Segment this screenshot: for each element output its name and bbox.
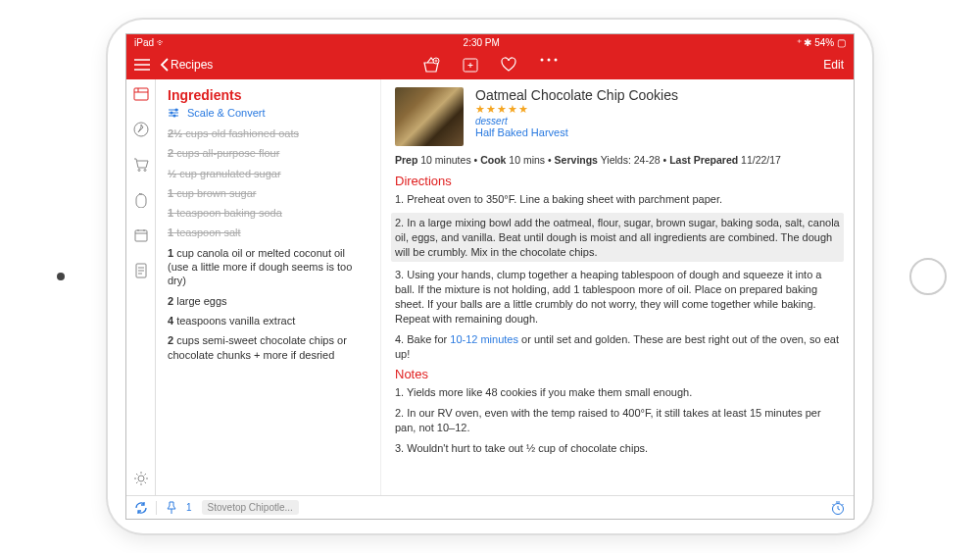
sidebar-item-menus[interactable]	[132, 262, 150, 279]
ingredient-item[interactable]: 1 cup brown sugar	[168, 186, 368, 200]
scale-convert-button[interactable]: Scale & Convert	[168, 107, 368, 119]
svg-point-12	[175, 109, 178, 112]
svg-point-3	[548, 59, 551, 62]
recipe-pane: Oatmeal Chocolate Chip Cookies ★★★★★ des…	[381, 79, 854, 495]
ingredient-item[interactable]: 1 teaspoon baking soda	[168, 206, 368, 220]
back-label: Recipes	[171, 58, 213, 72]
svg-point-4	[555, 59, 558, 62]
ipad-camera	[57, 273, 65, 280]
ingredients-pane: Ingredients Scale & Convert 2½ cups old …	[156, 79, 381, 495]
svg-rect-9	[135, 230, 147, 241]
ingredient-item[interactable]: 2 large eggs	[168, 294, 368, 308]
direction-step[interactable]: 3. Using your hands, clump together a he…	[395, 268, 840, 326]
note-item[interactable]: 2. In our RV oven, even with the temp ra…	[395, 406, 840, 435]
timer-icon[interactable]	[830, 500, 846, 516]
basket-icon[interactable]	[421, 57, 441, 73]
pin-icon[interactable]	[167, 501, 176, 515]
ipad-home-button[interactable]	[909, 258, 947, 295]
svg-rect-5	[134, 88, 148, 100]
heart-icon[interactable]	[500, 57, 517, 73]
edit-button[interactable]: Edit	[823, 58, 844, 72]
sidebar-item-pantry[interactable]	[132, 191, 150, 209]
note-item[interactable]: 1. Yields more like 48 cookies if you ma…	[395, 385, 840, 400]
status-right: ⁺ ✱ 54% ▢	[797, 37, 846, 48]
sidebar-item-meals[interactable]	[132, 226, 150, 244]
direction-step[interactable]: 2. In a large mixing bowl add the oatmea…	[391, 213, 844, 263]
sidebar-item-browse[interactable]	[132, 121, 150, 138]
svg-point-7	[138, 170, 140, 172]
notes-heading: Notes	[395, 367, 840, 381]
sync-icon[interactable]	[134, 501, 157, 515]
menu-icon[interactable]	[134, 59, 150, 71]
bottom-bar: 1 Stovetop Chipotle...	[126, 495, 854, 519]
back-button[interactable]: Recipes	[160, 58, 213, 72]
ingredient-item[interactable]: 2½ cups old fashioned oats	[168, 126, 368, 140]
recipe-image	[395, 87, 464, 146]
more-icon[interactable]	[539, 57, 559, 73]
svg-point-14	[173, 115, 176, 118]
sidebar-item-settings[interactable]	[132, 470, 150, 487]
svg-point-11	[138, 476, 144, 481]
sidebar	[126, 79, 156, 495]
status-time: 2:30 PM	[167, 37, 797, 48]
ingredient-item[interactable]: 1 cup canola oil or melted coconut oil (…	[168, 246, 368, 288]
ingredients-heading: Ingredients	[168, 87, 368, 103]
ingredient-item[interactable]: 2 cups all-purpose flour	[168, 146, 368, 160]
direction-step[interactable]: 4. Bake for 10-12 minutes or until set a…	[395, 332, 840, 362]
sidebar-item-groceries[interactable]	[132, 156, 150, 174]
ingredient-item[interactable]: 1 teaspoon salt	[168, 226, 368, 239]
note-item[interactable]: 3. Wouldn't hurt to take out ½ cup of ch…	[395, 441, 840, 456]
recipe-source-link[interactable]: Half Baked Harvest	[475, 126, 678, 138]
status-left: iPad ᯤ	[134, 37, 167, 48]
svg-point-2	[541, 59, 544, 62]
sidebar-item-recipe[interactable]	[132, 85, 150, 103]
ingredient-item[interactable]: ½ cup granulated sugar	[168, 167, 368, 180]
recipe-title: Oatmeal Chocolate Chip Cookies	[475, 87, 678, 103]
ingredient-item[interactable]: 2 cups semi-sweet chocolate chips or cho…	[168, 333, 368, 362]
recipe-meta: Prep 10 minutes • Cook 10 mins • Serving…	[395, 154, 840, 166]
svg-point-13	[171, 112, 173, 115]
calendar-add-icon[interactable]	[463, 57, 478, 73]
recipe-tag[interactable]: dessert	[475, 116, 678, 126]
directions-heading: Directions	[395, 174, 840, 188]
rating-stars[interactable]: ★★★★★	[475, 103, 678, 116]
status-bar: iPad ᯤ 2:30 PM ⁺ ✱ 54% ▢	[126, 34, 854, 50]
svg-point-8	[144, 170, 146, 172]
direction-step[interactable]: 1. Preheat oven to 350°F. Line a baking …	[395, 192, 840, 207]
pinned-chip[interactable]: Stovetop Chipotle...	[202, 500, 299, 515]
pin-count: 1	[186, 502, 192, 513]
nav-bar: Recipes Edit	[126, 50, 854, 79]
scale-convert-label: Scale & Convert	[187, 107, 265, 119]
ingredient-item[interactable]: 4 teaspoons vanilla extract	[168, 314, 368, 327]
